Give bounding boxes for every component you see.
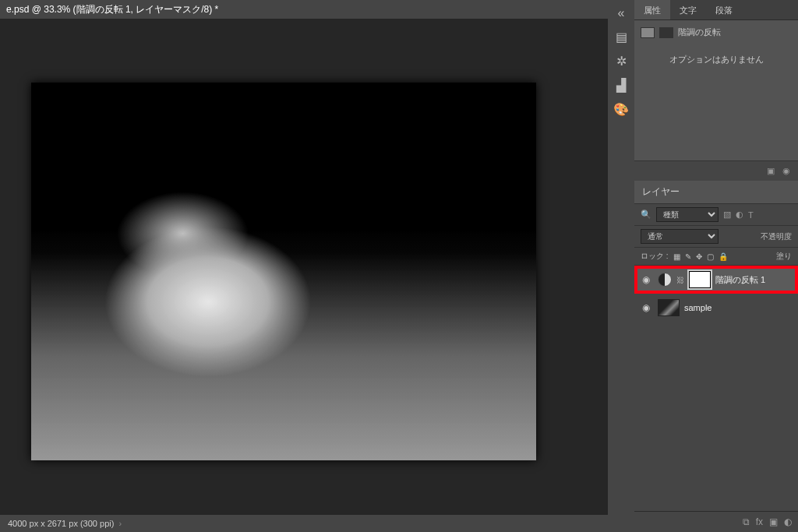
view-icon[interactable]: ◉ [782, 166, 790, 176]
tab-paragraph[interactable]: 段落 [706, 0, 742, 19]
collapse-icon[interactable]: « [618, 6, 625, 20]
adjustment-icon [658, 273, 672, 287]
opacity-label: 不透明度 [761, 231, 792, 242]
layers-panel-title[interactable]: レイヤー [634, 181, 798, 204]
layers-filter-row: 🔍 種類 ▧ ◐ T [634, 204, 798, 226]
tool-dock: « ▤ ✲ ▟ 🎨 [608, 0, 634, 532]
histogram-icon[interactable]: ▤ [616, 30, 627, 44]
property-adjustment-header: 階調の反転 [641, 26, 792, 38]
lock-pixels-icon[interactable]: ▦ [673, 252, 680, 261]
layers-panel: レイヤー 🔍 種類 ▧ ◐ T 通常 不透明度 ロック : ▦ ✎ [634, 181, 798, 532]
filter-image-icon[interactable]: ▧ [723, 210, 731, 220]
mask-thumb-icon [659, 27, 673, 38]
status-chevron-icon[interactable]: › [118, 519, 122, 528]
layers-footer: ⧉ fx ▣ ◐ [634, 511, 798, 532]
status-bar[interactable]: 4000 px x 2671 px (300 ppi) › [0, 515, 608, 532]
blend-mode-select[interactable]: 通常 [641, 229, 719, 244]
clip-icon[interactable]: ▣ [767, 166, 775, 176]
blend-opacity-row: 通常 不透明度 [634, 226, 798, 248]
layer-mask-icon[interactable]: ▣ [769, 516, 778, 527]
link-layers-icon[interactable]: ⧉ [743, 516, 750, 527]
link-icon[interactable]: ⛓ [676, 276, 684, 284]
swatches-icon[interactable]: 🎨 [613, 102, 629, 117]
layer-row-image[interactable]: ◉ sample [634, 294, 798, 322]
side-panels: 属性 文字 段落 階調の反転 オプションはありません ▣ ◉ レイヤー 🔍 種類 [634, 0, 798, 532]
tab-properties[interactable]: 属性 [634, 0, 670, 19]
lock-row: ロック : ▦ ✎ ✥ ▢ 🔒 塗り [634, 248, 798, 266]
lock-all-icon[interactable]: 🔒 [719, 252, 728, 261]
fill-label: 塗り [776, 251, 792, 262]
visibility-toggle[interactable]: ◉ [639, 274, 653, 285]
no-options-message: オプションはありません [641, 54, 792, 65]
search-icon[interactable]: 🔍 [641, 210, 651, 220]
properties-tabs: 属性 文字 段落 [634, 0, 798, 20]
layer-name[interactable]: 階調の反転 1 [715, 274, 765, 286]
new-adjustment-icon[interactable]: ◐ [784, 516, 792, 527]
properties-footer: ▣ ◉ [634, 160, 798, 181]
layer-name[interactable]: sample [684, 303, 711, 312]
tab-character[interactable]: 文字 [670, 0, 706, 19]
layer-mask-thumb[interactable] [689, 271, 711, 288]
canvas-zone: e.psd @ 33.3% (階調の反転 1, レイヤーマスク/8) * 400… [0, 0, 608, 532]
canvas-stage[interactable] [0, 19, 608, 515]
document-tab[interactable]: e.psd @ 33.3% (階調の反転 1, レイヤーマスク/8) * [0, 0, 608, 19]
filter-adjustment-icon[interactable]: ◐ [736, 210, 743, 220]
document-tab-title: e.psd @ 33.3% (階調の反転 1, レイヤーマスク/8) * [6, 3, 218, 16]
properties-panel-body: 階調の反転 オプションはありません [634, 20, 798, 160]
lock-position-icon[interactable]: ✥ [696, 252, 702, 261]
status-dimensions: 4000 px x 2671 px (300 ppi) [8, 519, 114, 528]
canvas-image [31, 83, 536, 460]
layer-fx-icon[interactable]: fx [756, 516, 763, 527]
layer-filter-select[interactable]: 種類 [656, 207, 719, 222]
layer-row-adjustment[interactable]: ◉ ⛓ 階調の反転 1 [634, 266, 798, 294]
visibility-toggle[interactable]: ◉ [639, 302, 653, 313]
navigator-icon[interactable]: ✲ [616, 54, 627, 69]
artboard[interactable] [31, 83, 536, 460]
adjustment-thumb-icon [641, 27, 655, 38]
lock-artboard-icon[interactable]: ▢ [707, 252, 714, 261]
adjustments-icon[interactable]: ▟ [616, 78, 626, 93]
lock-brush-icon[interactable]: ✎ [685, 252, 691, 261]
adjustment-name: 階調の反転 [678, 26, 721, 38]
layer-thumb[interactable] [658, 299, 680, 316]
layers-list: ◉ ⛓ 階調の反転 1 ◉ sample [634, 266, 798, 511]
filter-text-icon[interactable]: T [748, 210, 754, 220]
lock-label: ロック : [641, 251, 669, 262]
